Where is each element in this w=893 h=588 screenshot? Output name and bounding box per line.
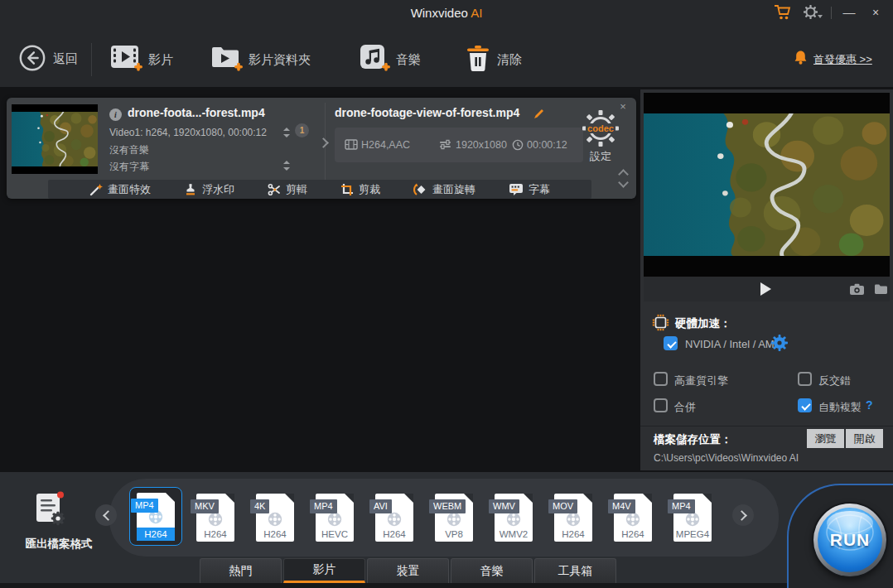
film-icon: [345, 139, 358, 150]
browse-button[interactable]: 瀏覽: [807, 429, 844, 448]
format-codec: H264: [375, 529, 413, 539]
output-info-pill: H264,AAC 1920x1080 00:00:12: [335, 128, 583, 162]
format-card[interactable]: H264 4K: [256, 494, 294, 542]
settings-menu-button[interactable]: [804, 5, 822, 22]
open-folder-button[interactable]: [874, 283, 888, 298]
tab-device[interactable]: 裝置: [367, 558, 449, 583]
queue-count-badge: 1: [295, 123, 309, 137]
cart-button[interactable]: [774, 4, 794, 21]
format-card[interactable]: H264 MKV: [196, 494, 234, 542]
hq-engine-label: 高畫質引擎: [674, 374, 728, 388]
cart-icon: [774, 4, 792, 21]
tab-toolbox[interactable]: 工具箱: [534, 558, 616, 583]
watermark-button[interactable]: 浮水印: [184, 182, 234, 197]
app-window: Winxvideo AI — ×: [0, 0, 893, 588]
source-audio-track: 沒有音樂: [109, 143, 149, 157]
clear-button[interactable]: 清除: [464, 43, 547, 76]
reel-icon: [444, 511, 464, 528]
format-container: WMV: [489, 499, 519, 513]
trim-label: 剪輯: [286, 182, 307, 197]
play-button[interactable]: [760, 282, 771, 296]
format-card[interactable]: H264 M4V: [614, 494, 652, 542]
subtitle-label: 字幕: [529, 182, 550, 197]
run-button[interactable]: RUN: [813, 504, 886, 576]
titlebar-separator: [831, 7, 832, 19]
reel-icon: [683, 511, 702, 528]
deinterlace-checkbox[interactable]: [798, 372, 812, 386]
preview-panel: 硬體加速： NVIDIA / Intel / AMD 高畫質引擎 反交錯 合併 …: [640, 89, 893, 470]
video-thumbnail[interactable]: [12, 104, 98, 174]
format-card[interactable]: H264 AVI: [375, 494, 413, 542]
rename-button[interactable]: [533, 108, 545, 119]
camera-icon: [849, 283, 865, 296]
tab-popular[interactable]: 熱門: [200, 558, 282, 583]
video-track-spinner[interactable]: [283, 128, 290, 137]
source-subtitle-track: 沒有字幕: [109, 160, 149, 174]
format-scroll-right-button[interactable]: [732, 504, 754, 526]
effects-button[interactable]: 畫面特效: [89, 182, 151, 197]
format-codec: MPEG4: [673, 529, 712, 539]
gpu-checkbox[interactable]: [664, 336, 678, 350]
reel-icon: [504, 511, 524, 528]
open-button[interactable]: 開啟: [846, 429, 883, 448]
info-icon[interactable]: i: [109, 108, 122, 121]
clear-label: 清除: [497, 52, 522, 68]
output-resolution: 1920x1080: [456, 139, 507, 151]
trash-icon: [464, 43, 492, 75]
header: Winxvideo AI — ×: [0, 0, 893, 87]
video-preview[interactable]: [644, 93, 890, 277]
codec-gear-text-inner: codec: [586, 123, 615, 133]
codec-gear-text: codec: [582, 123, 620, 133]
watermark-label: 浮水印: [202, 182, 234, 197]
format-container: AVI: [369, 499, 392, 513]
tab-video[interactable]: 影片: [283, 558, 365, 583]
chip-icon: [652, 314, 669, 335]
save-location-label: 檔案儲存位置：: [654, 432, 732, 447]
toolbar-divider: [91, 43, 92, 76]
codec-settings-button[interactable]: codec: [582, 109, 620, 147]
add-music-button[interactable]: 音樂: [358, 43, 441, 76]
format-codec: H264: [196, 529, 234, 539]
promo-link[interactable]: 首發優惠 >>: [794, 50, 808, 70]
format-card[interactable]: HEVC MP4: [316, 494, 354, 542]
format-card[interactable]: H264 MOV: [554, 494, 592, 542]
thumbnail-image: [12, 112, 98, 166]
reel-icon: [384, 511, 404, 528]
remove-file-button[interactable]: ×: [615, 99, 630, 114]
folder-icon: [874, 283, 888, 295]
tab-music[interactable]: 音樂: [451, 558, 533, 583]
reel-icon: [623, 511, 643, 528]
add-video-folder-button[interactable]: 影片資料夾: [210, 43, 326, 76]
output-format-panel: 匯出檔案格式 H264 MP4 H264 MKV H264: [0, 472, 893, 588]
snapshot-button[interactable]: [849, 283, 865, 299]
effects-label: 畫面特效: [108, 182, 151, 197]
help-icon[interactable]: ?: [866, 398, 873, 412]
hardware-accel-label: 硬體加速：: [675, 316, 731, 331]
rotate-button[interactable]: 畫面旋轉: [413, 182, 475, 197]
close-button[interactable]: ×: [865, 2, 886, 23]
reel-icon: [205, 511, 225, 528]
format-container: MKV: [191, 499, 219, 513]
auto-copy-checkbox[interactable]: [798, 398, 812, 412]
output-codec: H264,AAC: [361, 139, 410, 151]
format-card[interactable]: MPEG4 MP4: [673, 494, 712, 542]
format-card[interactable]: WMV2 WMV: [495, 494, 533, 542]
format-card-selected[interactable]: H264 MP4: [129, 487, 182, 546]
merge-checkbox[interactable]: [654, 398, 668, 412]
hq-engine-checkbox[interactable]: [654, 372, 668, 386]
format-scroll-left-button[interactable]: [95, 504, 117, 526]
subtitle-track-spinner[interactable]: [283, 161, 290, 171]
merge-label: 合併: [674, 400, 696, 415]
subtitle-icon: [509, 183, 524, 196]
format-card[interactable]: VP8 WEBM: [435, 494, 473, 542]
back-label: 返回: [53, 51, 78, 67]
add-video-button[interactable]: 影片: [110, 43, 201, 76]
subtitle-button[interactable]: 字幕: [509, 182, 550, 197]
back-button[interactable]: 返回: [18, 44, 93, 75]
file-item-card: i drone-foota...-forest.mp4 Video1: h264…: [7, 98, 636, 199]
crop-button[interactable]: 剪裁: [340, 182, 380, 197]
gpu-settings-button[interactable]: [771, 335, 788, 351]
scroll-down-icon[interactable]: [618, 177, 629, 188]
trim-button[interactable]: 剪輯: [268, 182, 307, 197]
minimize-button[interactable]: —: [838, 2, 860, 23]
